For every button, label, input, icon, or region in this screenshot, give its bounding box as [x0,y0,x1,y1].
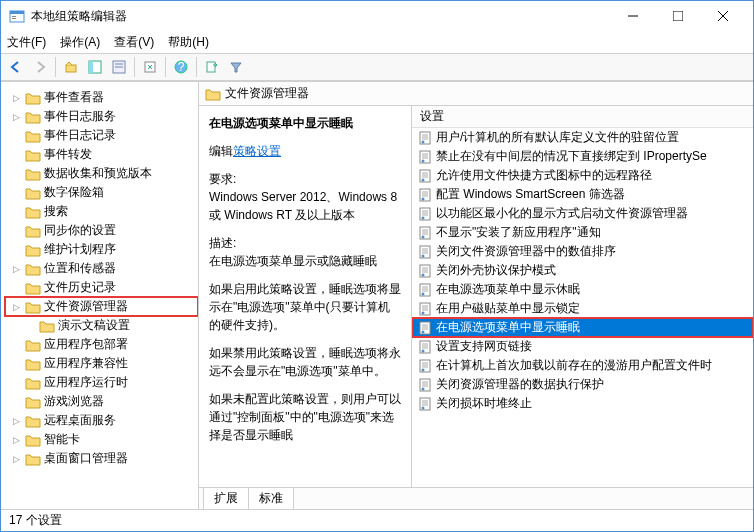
tree-item[interactable]: ▷桌面窗口管理器 [5,449,198,468]
tree-item-label: 文件历史记录 [44,279,116,296]
app-icon [9,8,25,24]
setting-item[interactable]: 在计算机上首次加载以前存在的漫游用户配置文件时 [412,356,753,375]
tree-item[interactable]: 同步你的设置 [5,221,198,240]
back-button[interactable] [5,56,27,78]
policy-icon [418,169,432,183]
tree-item[interactable]: ▷远程桌面服务 [5,411,198,430]
svg-rect-1 [10,11,24,14]
tree-item-label: 演示文稿设置 [58,317,130,334]
menu-action[interactable]: 操作(A) [60,34,100,51]
menu-file[interactable]: 文件(F) [7,34,46,51]
tree-item-label: 数据收集和预览版本 [44,165,152,182]
tree-item[interactable]: 事件日志记录 [5,126,198,145]
maximize-button[interactable] [655,2,700,31]
tree-item-label: 搜索 [44,203,68,220]
tree-item[interactable]: 演示文稿设置 [5,316,198,335]
tree-item-label: 维护计划程序 [44,241,116,258]
setting-item[interactable]: 不显示"安装了新应用程序"通知 [412,223,753,242]
refresh-button[interactable] [139,56,161,78]
expand-arrow-icon[interactable]: ▷ [13,416,25,426]
svg-rect-88 [420,398,430,410]
setting-item[interactable]: 用户/计算机的所有默认库定义文件的驻留位置 [412,128,753,147]
tree-item[interactable]: 应用程序运行时 [5,373,198,392]
minimize-button[interactable] [610,2,655,31]
policy-icon [418,321,432,335]
expand-arrow-icon[interactable]: ▷ [13,112,25,122]
setting-item[interactable]: 允许使用文件快捷方式图标中的远程路径 [412,166,753,185]
menu-view[interactable]: 查看(V) [114,34,154,51]
tree-item[interactable]: 事件转发 [5,145,198,164]
tree-item[interactable]: ▷文件资源管理器 [5,297,198,316]
tree-item[interactable]: 搜索 [5,202,198,221]
svg-point-27 [422,159,425,162]
desc-label: 描述: [209,236,236,250]
show-tree-button[interactable] [84,56,106,78]
tab-standard[interactable]: 标准 [248,487,294,509]
setting-label: 在电源选项菜单中显示睡眠 [436,319,580,336]
forward-button[interactable] [29,56,51,78]
tree-item[interactable]: 数据收集和预览版本 [5,164,198,183]
expand-arrow-icon[interactable]: ▷ [13,93,25,103]
folder-icon [25,262,41,276]
svg-rect-38 [420,208,430,220]
list-column-header[interactable]: 设置 [412,106,753,128]
close-button[interactable] [700,2,745,31]
svg-rect-83 [420,379,430,391]
settings-list[interactable]: 用户/计算机的所有默认库定义文件的驻留位置禁止在没有中间层的情况下直接绑定到 I… [412,128,753,487]
folder-icon [25,205,41,219]
tree-item[interactable]: ▷智能卡 [5,430,198,449]
setting-item[interactable]: 禁止在没有中间层的情况下直接绑定到 IPropertySe [412,147,753,166]
svg-point-67 [422,311,425,314]
desc-p2: 如果禁用此策略设置，睡眠选项将永远不会显示在"电源选项"菜单中。 [209,344,401,380]
setting-item[interactable]: 在用户磁贴菜单中显示锁定 [412,299,753,318]
svg-point-22 [422,140,425,143]
setting-item[interactable]: 关闭资源管理器的数据执行保护 [412,375,753,394]
export-button[interactable] [201,56,223,78]
tree-item[interactable]: 维护计划程序 [5,240,198,259]
tree-item[interactable]: ▷事件日志服务 [5,107,198,126]
tree-item[interactable]: 应用程序兼容性 [5,354,198,373]
menu-help[interactable]: 帮助(H) [168,34,209,51]
setting-item[interactable]: 在电源选项菜单中显示休眠 [412,280,753,299]
folder-icon [25,186,41,200]
svg-rect-58 [420,284,430,296]
tab-extended[interactable]: 扩展 [203,487,249,509]
policy-icon [418,188,432,202]
folder-icon [25,452,41,466]
req-text: Windows Server 2012、Windows 8 或 Windows … [209,190,397,222]
tree-item[interactable]: 文件历史记录 [5,278,198,297]
help-button[interactable]: ? [170,56,192,78]
expand-arrow-icon[interactable]: ▷ [13,435,25,445]
separator [55,57,56,77]
folder-icon [25,148,41,162]
setting-label: 配置 Windows SmartScreen 筛选器 [436,186,625,203]
svg-point-57 [422,273,425,276]
tree-item-label: 应用程序包部署 [44,336,128,353]
expand-arrow-icon[interactable]: ▷ [13,264,25,274]
tabs: 扩展 标准 [199,487,753,509]
properties-button[interactable] [108,56,130,78]
tree-item[interactable]: 数字保险箱 [5,183,198,202]
tree-item[interactable]: 游戏浏览器 [5,392,198,411]
tree-item[interactable]: 应用程序包部署 [5,335,198,354]
tree-item[interactable]: ▷位置和传感器 [5,259,198,278]
setting-item[interactable]: 设置支持网页链接 [412,337,753,356]
expand-arrow-icon[interactable]: ▷ [13,302,25,312]
setting-item[interactable]: 关闭文件资源管理器中的数值排序 [412,242,753,261]
svg-rect-8 [66,65,76,72]
expand-arrow-icon[interactable]: ▷ [13,454,25,464]
tree-item[interactable]: ▷事件查看器 [5,88,198,107]
tree-panel[interactable]: ▷事件查看器▷事件日志服务事件日志记录事件转发数据收集和预览版本数字保险箱搜索同… [1,82,199,509]
setting-item[interactable]: 配置 Windows SmartScreen 筛选器 [412,185,753,204]
setting-item[interactable]: 关闭外壳协议保护模式 [412,261,753,280]
filter-button[interactable] [225,56,247,78]
up-button[interactable] [60,56,82,78]
setting-item[interactable]: 以功能区最小化的显示方式启动文件资源管理器 [412,204,753,223]
setting-label: 关闭外壳协议保护模式 [436,262,556,279]
edit-policy-link[interactable]: 策略设置 [233,144,281,158]
svg-rect-68 [420,322,430,334]
setting-label: 用户/计算机的所有默认库定义文件的驻留位置 [436,129,679,146]
setting-item[interactable]: 关闭损坏时堆终止 [412,394,753,413]
setting-item[interactable]: 在电源选项菜单中显示睡眠 [412,318,753,337]
policy-icon [418,283,432,297]
